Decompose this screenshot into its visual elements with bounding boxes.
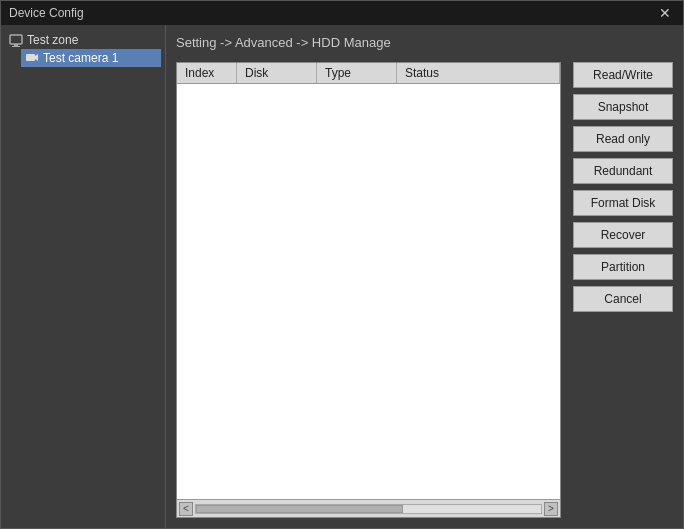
cancel-button[interactable]: Cancel [573, 286, 673, 312]
scroll-track[interactable] [195, 504, 542, 514]
breadcrumb: Setting -> Advanced -> HDD Manage [176, 35, 673, 50]
col-header-status: Status [397, 63, 560, 83]
col-header-index: Index [177, 63, 237, 83]
sidebar-item-camera[interactable]: Test camera 1 [21, 49, 161, 67]
read-write-button[interactable]: Read/Write [573, 62, 673, 88]
disk-table-container: Index Disk Type Status < > [176, 62, 561, 518]
svg-rect-0 [10, 35, 22, 44]
close-button[interactable]: ✕ [655, 5, 675, 21]
scroll-thumb [196, 505, 403, 513]
content-area: Test zone Test camera 1 Setting -> Advan… [1, 25, 683, 528]
panel-body: Index Disk Type Status < > R [176, 62, 673, 518]
zone-icon [9, 33, 23, 47]
recover-button[interactable]: Recover [573, 222, 673, 248]
svg-rect-3 [26, 54, 35, 61]
action-buttons-panel: Read/WriteSnapshotRead onlyRedundantForm… [573, 62, 673, 518]
device-config-window: Device Config ✕ Test zone [0, 0, 684, 529]
read-only-button[interactable]: Read only [573, 126, 673, 152]
zone-label: Test zone [27, 33, 78, 47]
svg-rect-2 [12, 46, 20, 47]
sidebar: Test zone Test camera 1 [1, 25, 166, 528]
sidebar-item-zone[interactable]: Test zone [5, 31, 161, 49]
horizontal-scrollbar: < > [177, 499, 560, 517]
col-header-type: Type [317, 63, 397, 83]
scroll-right-arrow[interactable]: > [544, 502, 558, 516]
col-header-disk: Disk [237, 63, 317, 83]
main-panel: Setting -> Advanced -> HDD Manage Index … [166, 25, 683, 528]
camera-icon [25, 51, 39, 65]
partition-button[interactable]: Partition [573, 254, 673, 280]
table-body [177, 84, 560, 499]
svg-rect-1 [14, 44, 18, 46]
scroll-left-arrow[interactable]: < [179, 502, 193, 516]
camera-label: Test camera 1 [43, 51, 118, 65]
table-header: Index Disk Type Status [177, 63, 560, 84]
title-bar: Device Config ✕ [1, 1, 683, 25]
window-title: Device Config [9, 6, 84, 20]
redundant-button[interactable]: Redundant [573, 158, 673, 184]
snapshot-button[interactable]: Snapshot [573, 94, 673, 120]
svg-marker-4 [35, 54, 38, 61]
format-disk-button[interactable]: Format Disk [573, 190, 673, 216]
